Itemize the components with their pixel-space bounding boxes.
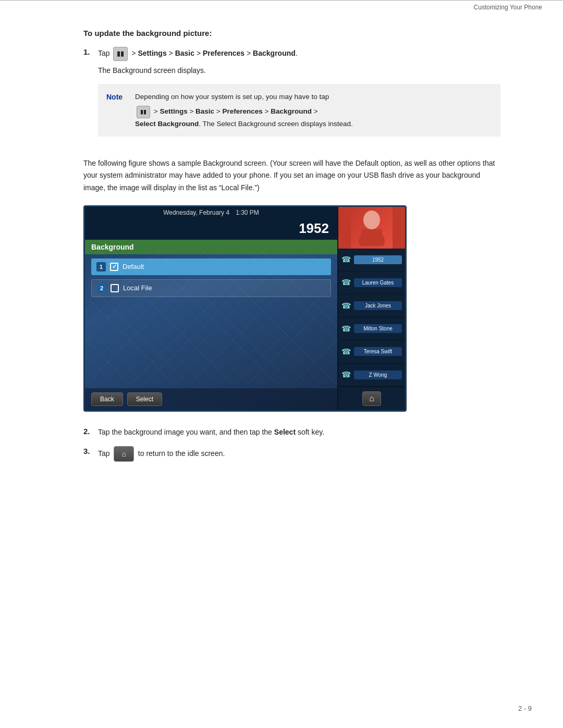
step-3-number: 3.: [83, 447, 98, 455]
speed-dial-item-2[interactable]: ☎ Jack Jones: [338, 294, 405, 317]
step-3-text: Tap ⌂ to return to the idle screen.: [98, 446, 500, 462]
speed-dial-name-3[interactable]: Milton Stone: [354, 324, 402, 333]
speed-dial-name-5[interactable]: Z Wong: [354, 371, 402, 379]
speed-dial-name-1[interactable]: Lauren Gates: [354, 278, 402, 287]
speed-dial-item-1[interactable]: ☎ Lauren Gates: [338, 272, 405, 294]
step-2-content: Tap the background image you want, and t…: [98, 426, 500, 438]
step-2-number: 2.: [83, 427, 98, 436]
bg-item-default[interactable]: 1 Default: [91, 258, 331, 275]
phone-screen: Wednesday, February 4 1:30 PM 1952 Backg…: [83, 205, 407, 412]
speed-dial-name-0[interactable]: 1952: [354, 255, 402, 264]
step-3-prefix: Tap: [98, 449, 110, 458]
note-content: Depending on how your system is set up, …: [135, 91, 492, 103]
select-softkey[interactable]: Select: [127, 392, 162, 406]
back-softkey[interactable]: Back: [91, 392, 123, 406]
step-2-prefix: Tap the background image you want, and t…: [98, 428, 274, 436]
status-time: 1:30 PM: [236, 209, 259, 216]
avatar-image: [351, 207, 393, 249]
home-button[interactable]: ⌂: [362, 391, 381, 406]
speed-dial-item-0[interactable]: ☎ 1952: [338, 249, 405, 272]
speed-dial-item-3[interactable]: ☎ Milton Stone: [338, 317, 405, 340]
speed-dial-icon-5: ☎: [341, 370, 351, 379]
note-path: > Settings > Basic > Preferences > Backg…: [154, 108, 318, 116]
settings-icon-btn[interactable]: ▮▮: [113, 47, 128, 61]
note-text: Depending on how your system is set up, …: [135, 93, 329, 101]
bg-item2-label: Local File: [123, 284, 152, 292]
avatar-svg: [356, 209, 387, 246]
phone-left-panel: Wednesday, February 4 1:30 PM 1952 Backg…: [85, 207, 337, 410]
step-1-content: Tap ▮▮ > Settings > Basic > Preferences …: [98, 47, 500, 149]
step-2-text: Tap the background image you want, and t…: [98, 426, 500, 438]
home-icon-inline[interactable]: ⌂: [114, 446, 133, 462]
bg-items-list: 1 Default 2 Local File: [85, 258, 337, 297]
speed-dial-item-5[interactable]: ☎ Z Wong: [338, 364, 405, 387]
phone-right-panel: ☎ 1952 ☎ Lauren Gates ☎ Jack Jones ☎ Mil…: [337, 207, 405, 410]
phone-home-btn-area: ⌂: [338, 387, 405, 410]
speed-dial-icon-3: ☎: [341, 324, 351, 334]
main-content: To update the background picture: 1. Tap…: [0, 13, 563, 501]
step-2-suffix: soft key.: [296, 428, 324, 436]
speed-dial-item-4[interactable]: ☎ Teresa Swift: [338, 340, 405, 363]
step-3: 3. Tap ⌂ to return to the idle screen.: [83, 446, 500, 462]
description-para: The following figure shows a sample Back…: [83, 157, 500, 193]
speed-dial-icon-1: ☎: [341, 278, 351, 287]
step-2: 2. Tap the background image you want, an…: [83, 426, 500, 438]
step-1-sub: The Background screen displays.: [98, 66, 500, 75]
bg-item-localfile[interactable]: 2 Local File: [91, 279, 331, 297]
speed-dial-icon-0: ☎: [341, 255, 351, 264]
header-title: Customizing Your Phone: [474, 4, 542, 11]
svg-rect-2: [361, 229, 382, 240]
bg-item2-checkbox: [111, 284, 119, 292]
note-row: Note Depending on how your system is set…: [106, 91, 492, 103]
bg-section-header: Background: [85, 240, 337, 254]
bg-item2-num: 2: [97, 283, 106, 293]
phone-status-bar: Wednesday, February 4 1:30 PM: [85, 207, 337, 218]
note-detail: ▮▮ > Settings > Basic > Preferences > Ba…: [135, 106, 492, 129]
speed-dial-icon-4: ☎: [341, 347, 351, 356]
speed-dial-name-4[interactable]: Teresa Swift: [354, 347, 402, 356]
speed-dial-icon-2: ☎: [341, 301, 351, 311]
speed-dial-list: ☎ 1952 ☎ Lauren Gates ☎ Jack Jones ☎ Mil…: [338, 249, 405, 387]
step-1-number: 1.: [83, 47, 98, 56]
phone-extension: 1952: [85, 218, 337, 240]
bg-item1-checkbox: [110, 263, 118, 271]
note-bold-word: Select Background: [135, 120, 199, 128]
step-1-path: > Settings > Basic > Preferences > Backg…: [131, 49, 297, 57]
step-1: 1. Tap ▮▮ > Settings > Basic > Preferenc…: [83, 47, 500, 149]
step-3-suffix: to return to the idle screen.: [138, 449, 225, 458]
note-settings-icon[interactable]: ▮▮: [137, 106, 150, 118]
page-header: Customizing Your Phone: [0, 0, 563, 13]
note-box: Note Depending on how your system is set…: [98, 84, 500, 137]
speed-dial-name-2[interactable]: Jack Jones: [354, 301, 402, 310]
svg-point-0: [363, 211, 380, 229]
note-label: Note: [106, 91, 135, 103]
softkeys-bar: Back Select: [85, 388, 337, 410]
step-2-bold: Select: [274, 428, 296, 436]
step-1-text: Tap ▮▮ > Settings > Basic > Preferences …: [98, 47, 500, 61]
status-date: Wednesday, February 4: [163, 209, 229, 216]
bg-item1-label: Default: [123, 263, 144, 270]
bg-item1-num: 1: [96, 262, 106, 272]
section-heading: To update the background picture:: [83, 29, 500, 38]
page-number: 2 - 9: [518, 705, 532, 712]
step-3-content: Tap ⌂ to return to the idle screen.: [98, 446, 500, 462]
step-1-prefix: Tap: [98, 49, 110, 57]
note-suffix: . The Select Background screen displays …: [199, 120, 352, 128]
phone-avatar: [338, 207, 405, 249]
